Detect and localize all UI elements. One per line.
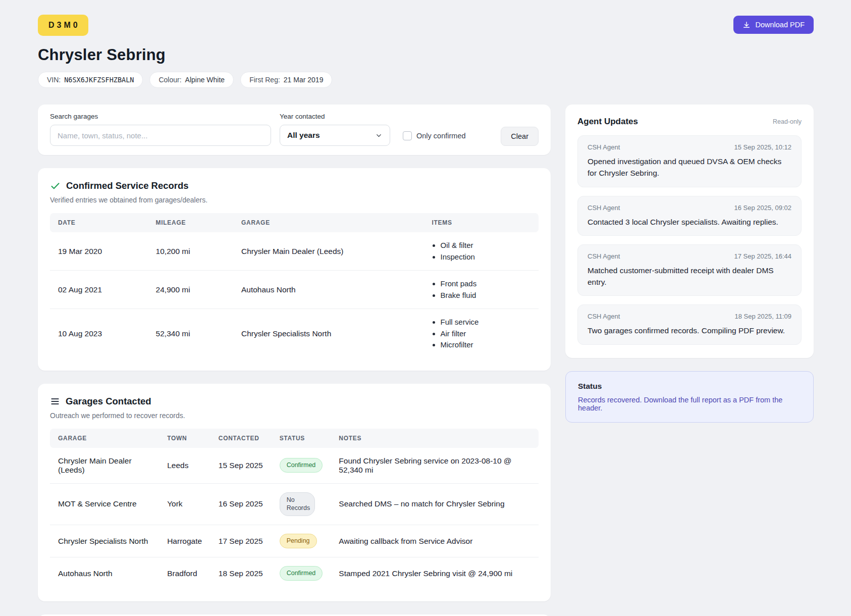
search-input[interactable] bbox=[50, 125, 271, 146]
garage-town: Leeds bbox=[159, 448, 210, 484]
page-title: Chrysler Sebring bbox=[38, 46, 814, 64]
search-label: Search garages bbox=[50, 113, 271, 120]
garage-town: Harrogate bbox=[159, 525, 210, 557]
vin-label: VIN: bbox=[47, 76, 61, 84]
col-header-items: Items bbox=[424, 213, 539, 232]
garage-notes: Found Chrysler Sebring service on 2023-0… bbox=[331, 448, 539, 484]
col-header-notes: Notes bbox=[331, 429, 539, 448]
status-panel: Status Records recovered. Download the f… bbox=[565, 371, 814, 423]
only-confirmed-checkbox[interactable] bbox=[403, 131, 412, 140]
record-garage: Chrysler Specialists North bbox=[233, 309, 424, 358]
record-items: Front pads Brake fluid bbox=[432, 278, 531, 301]
table-row: 19 Mar 2020 10,200 mi Chrysler Main Deal… bbox=[50, 232, 539, 271]
year-select[interactable]: All years bbox=[280, 125, 390, 146]
agent-updates-panel: Agent Updates Read-only CSH Agent 15 Sep… bbox=[565, 105, 814, 358]
search-field-group: Search garages bbox=[50, 113, 271, 146]
col-header-contacted: Contacted bbox=[210, 429, 272, 448]
page: D3M0 Download PDF Chrysler Sebring VIN: … bbox=[0, 0, 851, 616]
status-badge: Confirmed bbox=[280, 566, 323, 581]
agent-message: Opened investigation and queued DVSA & O… bbox=[588, 156, 791, 179]
record-mileage: 24,900 mi bbox=[148, 271, 233, 309]
table-header-row: Garage Town Contacted Status Notes bbox=[50, 429, 539, 448]
menu-lines-icon bbox=[50, 396, 60, 406]
record-items: Oil & filter Inspection bbox=[432, 240, 531, 263]
record-date: 02 Aug 2021 bbox=[50, 271, 148, 309]
agent-message: Contacted 3 local Chrysler specialists. … bbox=[588, 216, 791, 228]
agent-updates-title: Agent Updates bbox=[577, 117, 638, 127]
table-row: Chrysler Specialists North Harrogate 17 … bbox=[50, 525, 539, 557]
service-item: Inspection bbox=[441, 251, 531, 263]
confirmed-records-table: Date Mileage Garage Items 19 Mar 2020 10… bbox=[50, 213, 539, 358]
table-header-row: Date Mileage Garage Items bbox=[50, 213, 539, 232]
table-row: Chrysler Main Dealer (Leeds) Leeds 15 Se… bbox=[50, 448, 539, 484]
agent-name: CSH Agent bbox=[588, 143, 620, 151]
garage-notes: Awaiting callback from Service Advisor bbox=[331, 525, 539, 557]
col-header-date: Date bbox=[50, 213, 148, 232]
check-icon bbox=[50, 181, 61, 191]
status-badge: Confirmed bbox=[280, 458, 323, 473]
colour-label: Colour: bbox=[158, 76, 181, 84]
record-date: 10 Aug 2023 bbox=[50, 309, 148, 358]
agent-update-card: CSH Agent 18 Sep 2025, 11:09 Two garages… bbox=[577, 304, 802, 344]
garage-town: Bradford bbox=[159, 557, 210, 589]
agent-update-card: CSH Agent 16 Sep 2025, 09:02 Contacted 3… bbox=[577, 196, 802, 236]
status-badge: Pending bbox=[280, 534, 317, 548]
record-mileage: 52,340 mi bbox=[148, 309, 233, 358]
confirmed-records-panel: Confirmed Service Records Verified entri… bbox=[38, 168, 551, 371]
service-item: Air filter bbox=[441, 328, 531, 340]
agent-name: CSH Agent bbox=[588, 204, 620, 212]
colour-value: Alpine White bbox=[185, 76, 225, 84]
agent-timestamp: 18 Sep 2025, 11:09 bbox=[734, 313, 791, 320]
first-reg-label: First Reg: bbox=[249, 76, 280, 84]
confirmed-records-subtitle: Verified entries we obtained from garage… bbox=[50, 196, 539, 204]
record-garage: Chrysler Main Dealer (Leeds) bbox=[233, 232, 424, 271]
download-pdf-button[interactable]: Download PDF bbox=[733, 16, 814, 34]
record-mileage: 10,200 mi bbox=[148, 232, 233, 271]
sidebar: Agent Updates Read-only CSH Agent 15 Sep… bbox=[565, 105, 814, 423]
download-icon bbox=[742, 21, 751, 29]
service-item: Full service bbox=[441, 317, 531, 328]
record-date: 19 Mar 2020 bbox=[50, 232, 148, 271]
vehicle-chips: VIN: N6SX6JKFZSFHZBALN Colour: Alpine Wh… bbox=[38, 72, 814, 88]
agent-update-card: CSH Agent 17 Sep 2025, 16:44 Matched cus… bbox=[577, 244, 802, 296]
chevron-down-icon bbox=[375, 132, 383, 139]
only-confirmed-label: Only confirmed bbox=[416, 132, 466, 140]
status-message: Records recovered. Download the full rep… bbox=[578, 396, 801, 412]
agent-timestamp: 15 Sep 2025, 10:12 bbox=[734, 143, 792, 151]
agent-timestamp: 17 Sep 2025, 16:44 bbox=[734, 252, 792, 260]
year-select-value: All years bbox=[287, 131, 320, 140]
agent-name: CSH Agent bbox=[588, 252, 620, 260]
record-garage: Autohaus North bbox=[233, 271, 424, 309]
status-title: Status bbox=[578, 382, 801, 391]
table-row: Autohaus North Bradford 18 Sep 2025 Conf… bbox=[50, 557, 539, 589]
only-confirmed-group: Only confirmed bbox=[403, 131, 466, 140]
agent-name: CSH Agent bbox=[588, 313, 620, 320]
download-pdf-label: Download PDF bbox=[755, 21, 805, 29]
header: D3M0 Download PDF bbox=[38, 15, 814, 36]
status-badge: No Records bbox=[280, 492, 315, 517]
garages-contacted-title: Garages Contacted bbox=[66, 396, 151, 407]
agent-message: Matched customer-submitted receipt with … bbox=[588, 265, 791, 288]
garage-name: MOT & Service Centre bbox=[50, 483, 159, 525]
col-header-garage: Garage bbox=[233, 213, 424, 232]
garage-notes: Stamped 2021 Chrysler Sebring visit @ 24… bbox=[331, 557, 539, 589]
service-item: Brake fluid bbox=[441, 290, 531, 301]
table-row: 02 Aug 2021 24,900 mi Autohaus North Fro… bbox=[50, 271, 539, 309]
agent-timestamp: 16 Sep 2025, 09:02 bbox=[734, 204, 792, 212]
table-row: 10 Aug 2023 52,340 mi Chrysler Specialis… bbox=[50, 309, 539, 358]
first-reg-chip: First Reg: 21 Mar 2019 bbox=[240, 72, 332, 88]
confirmed-records-title: Confirmed Service Records bbox=[66, 180, 189, 191]
colour-chip: Colour: Alpine White bbox=[149, 72, 234, 88]
service-item: Microfilter bbox=[441, 339, 531, 351]
col-header-garage: Garage bbox=[50, 429, 159, 448]
garage-contacted: 18 Sep 2025 bbox=[210, 557, 272, 589]
clear-button[interactable]: Clear bbox=[501, 127, 539, 146]
col-header-mileage: Mileage bbox=[148, 213, 233, 232]
table-row: MOT & Service Centre York 16 Sep 2025 No… bbox=[50, 483, 539, 525]
garages-contacted-table: Garage Town Contacted Status Notes Chrys… bbox=[50, 429, 539, 590]
garage-name: Chrysler Main Dealer (Leeds) bbox=[50, 448, 159, 484]
service-item: Oil & filter bbox=[441, 240, 531, 251]
vin-chip: VIN: N6SX6JKFZSFHZBALN bbox=[38, 72, 143, 88]
record-items: Full service Air filter Microfilter bbox=[432, 317, 531, 351]
garage-notes: Searched DMS – no match for Chrysler Seb… bbox=[331, 483, 539, 525]
